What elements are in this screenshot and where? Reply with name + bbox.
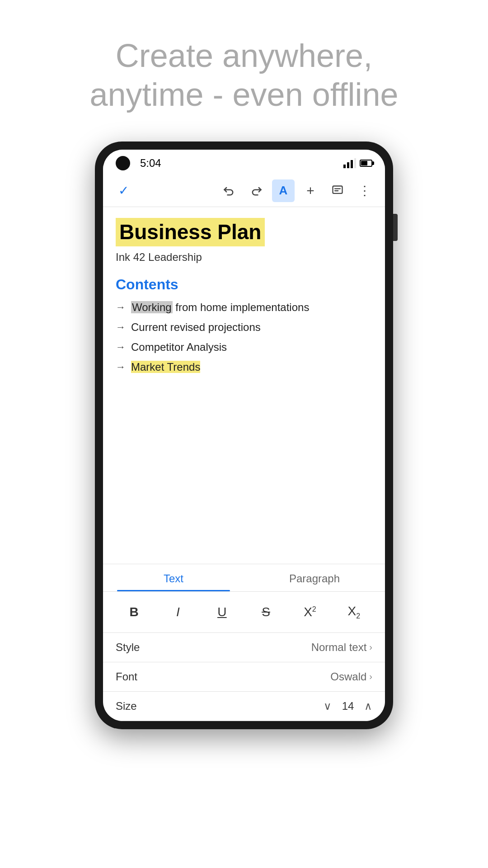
- format-buttons-row: B I U S X2 X2: [103, 592, 385, 633]
- app-toolbar: ✓ A: [103, 175, 385, 207]
- arrow-icon: →: [116, 302, 126, 313]
- svg-rect-0: [343, 165, 346, 168]
- list-item: → Current revised projections: [116, 321, 372, 334]
- svg-rect-1: [347, 162, 349, 168]
- format-tabs: Text Paragraph: [103, 564, 385, 592]
- highlighted-word: Working: [131, 301, 173, 313]
- italic-button[interactable]: I: [166, 600, 190, 624]
- list-item-text: Current revised projections: [131, 321, 261, 334]
- list-item-text: Competitor Analysis: [131, 341, 227, 354]
- arrow-icon: →: [116, 361, 126, 373]
- font-label: Font: [116, 670, 137, 683]
- size-decrease-button[interactable]: ∨: [324, 700, 332, 712]
- list-item: → Competitor Analysis: [116, 341, 372, 354]
- tab-text[interactable]: Text: [103, 564, 244, 591]
- chevron-right-icon: ›: [369, 642, 372, 652]
- size-value: 14: [339, 700, 357, 712]
- svg-rect-3: [354, 158, 356, 168]
- chevron-right-icon: ›: [369, 671, 372, 682]
- list-item: → Working from home implementations: [116, 301, 372, 314]
- svg-rect-4: [333, 186, 343, 193]
- bottom-panel: Text Paragraph B I U: [103, 564, 385, 721]
- add-button[interactable]: +: [299, 179, 322, 202]
- style-label: Style: [116, 641, 140, 654]
- status-bar-right: [343, 158, 372, 168]
- list-item-text: Working from home implementations: [131, 301, 309, 314]
- style-value[interactable]: Normal text ›: [311, 641, 372, 654]
- underline-button[interactable]: U: [210, 600, 234, 624]
- status-bar: 5:04: [103, 150, 385, 175]
- phone-wrapper: 5:04 ✓: [0, 142, 488, 729]
- section-title: Contents: [116, 276, 372, 293]
- contents-list: → Working from home implementations → Cu…: [116, 301, 372, 373]
- status-bar-left: 5:04: [116, 156, 161, 170]
- size-increase-button[interactable]: ∧: [364, 700, 372, 712]
- list-item: → Market Trends: [116, 361, 372, 373]
- page-header: Create anywhere, anytime - even offline: [0, 0, 488, 142]
- document-content: Business Plan Ink 42 Leadership Contents…: [103, 207, 385, 564]
- svg-rect-2: [351, 160, 353, 168]
- font-value-text: Oswald: [330, 670, 366, 683]
- font-row[interactable]: Font Oswald ›: [103, 662, 385, 692]
- size-control: ∨ 14 ∧: [324, 700, 372, 712]
- camera-cutout: [116, 156, 130, 170]
- header-line2: anytime - even offline: [89, 76, 398, 113]
- size-label: Size: [116, 700, 137, 712]
- undo-button[interactable]: [218, 179, 240, 202]
- more-options-button[interactable]: ⋮: [353, 179, 376, 202]
- subscript-button[interactable]: X2: [342, 600, 366, 624]
- phone-device: 5:04 ✓: [95, 142, 393, 729]
- redo-button[interactable]: [245, 179, 267, 202]
- strikethrough-button[interactable]: S: [254, 600, 278, 624]
- status-time: 5:04: [140, 157, 161, 170]
- text-format-button[interactable]: A: [272, 179, 295, 202]
- style-value-text: Normal text: [311, 641, 367, 654]
- list-item-text: Market Trends: [131, 361, 200, 373]
- signal-icon: [343, 158, 356, 168]
- bold-button[interactable]: B: [122, 600, 146, 624]
- document-subtitle: Ink 42 Leadership: [116, 251, 372, 264]
- phone-screen: 5:04 ✓: [103, 150, 385, 721]
- arrow-icon: →: [116, 321, 126, 333]
- battery-icon: [360, 160, 372, 167]
- header-line1: Create anywhere,: [116, 38, 372, 74]
- comment-button[interactable]: [326, 179, 349, 202]
- checkmark-button[interactable]: ✓: [112, 179, 135, 202]
- size-row: Size ∨ 14 ∧: [103, 692, 385, 721]
- style-row[interactable]: Style Normal text ›: [103, 633, 385, 662]
- font-value[interactable]: Oswald ›: [330, 670, 372, 683]
- arrow-icon: →: [116, 341, 126, 353]
- tab-paragraph[interactable]: Paragraph: [244, 564, 385, 591]
- document-title: Business Plan: [116, 218, 265, 246]
- yellow-highlight: Market Trends: [131, 361, 200, 373]
- superscript-button[interactable]: X2: [298, 600, 322, 624]
